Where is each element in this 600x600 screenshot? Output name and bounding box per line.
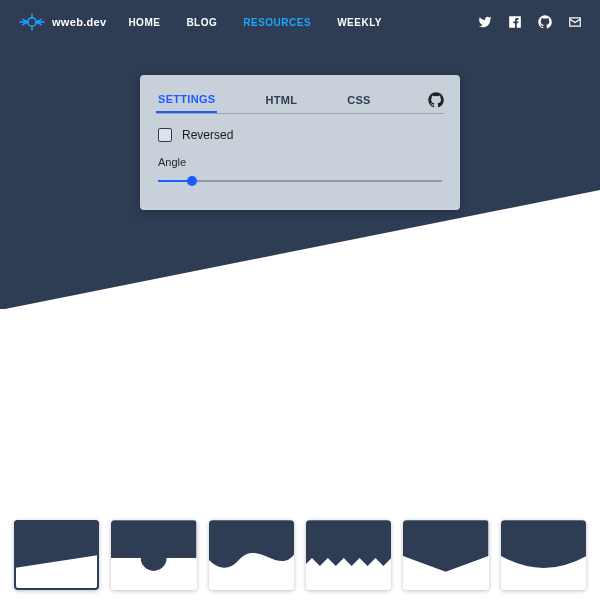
angle-slider[interactable]: [158, 174, 442, 188]
slider-thumb[interactable]: [187, 176, 197, 186]
shape-diagonal[interactable]: [14, 520, 99, 590]
settings-panel: SETTINGS HTML CSS Reversed Angle: [140, 75, 460, 210]
nav-blog[interactable]: BLOG: [186, 17, 217, 28]
shape-semicircle[interactable]: [111, 520, 196, 590]
shape-zigzag[interactable]: [306, 520, 391, 590]
github-icon[interactable]: [428, 92, 444, 108]
nav-weekly[interactable]: WEEKLY: [337, 17, 382, 28]
shape-triangle[interactable]: [403, 520, 488, 590]
github-icon[interactable]: [538, 15, 552, 29]
main-nav: HOME BLOG RESOURCES WEEKLY: [128, 17, 478, 28]
nav-home[interactable]: HOME: [128, 17, 160, 28]
brand[interactable]: wweb.dev: [18, 12, 106, 32]
reversed-label: Reversed: [182, 128, 233, 142]
reversed-row: Reversed: [158, 128, 442, 142]
logo-icon: [18, 12, 46, 32]
angle-label: Angle: [158, 156, 442, 168]
shape-curve[interactable]: [501, 520, 586, 590]
panel-body: Reversed Angle: [140, 114, 460, 210]
reversed-checkbox[interactable]: [158, 128, 172, 142]
angle-control: Angle: [158, 156, 442, 188]
svg-rect-5: [111, 520, 196, 558]
slider-track: [158, 180, 442, 182]
brand-text: wweb.dev: [52, 16, 106, 28]
nav-resources[interactable]: RESOURCES: [243, 17, 311, 28]
shape-thumbnails: [0, 520, 600, 590]
tab-html[interactable]: HTML: [263, 88, 299, 112]
email-icon[interactable]: [568, 15, 582, 29]
tab-settings[interactable]: SETTINGS: [156, 87, 217, 113]
twitter-icon[interactable]: [478, 15, 492, 29]
panel-tabs: SETTINGS HTML CSS: [140, 75, 460, 113]
top-nav: wweb.dev HOME BLOG RESOURCES WEEKLY: [0, 0, 600, 44]
tab-css[interactable]: CSS: [345, 88, 373, 112]
social-links: [478, 15, 582, 29]
shape-wave[interactable]: [209, 520, 294, 590]
facebook-icon[interactable]: [508, 15, 522, 29]
